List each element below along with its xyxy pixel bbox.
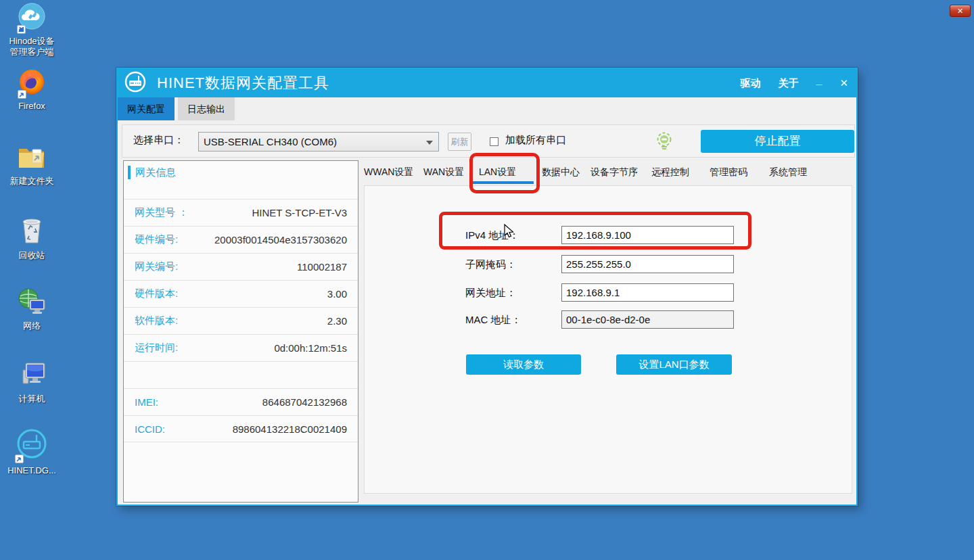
tab-byte-order[interactable]: 设备字节序 bbox=[590, 166, 638, 179]
info-row-uptime: 运行时间: 0d:00h:12m:51s bbox=[124, 334, 358, 361]
close-button[interactable]: ✕ bbox=[839, 77, 848, 89]
desktop-icon-firefox[interactable]: Firefox bbox=[0, 69, 64, 112]
subnet-label: 子网掩码： bbox=[465, 255, 516, 273]
folder-icon bbox=[18, 144, 46, 172]
shortcut-arrow-icon bbox=[17, 25, 26, 34]
info-row-imei: IMEI: 864687042132968 bbox=[124, 388, 358, 415]
set-lan-params-button[interactable]: 设置LAN口参数 bbox=[616, 354, 732, 375]
app-window: HINET数据网关配置工具 驱动 关于 _ ✕ 网关配置 日志输出 选择串口： … bbox=[116, 68, 858, 506]
ipv4-input[interactable] bbox=[561, 226, 734, 244]
tab-remote-control[interactable]: 远程控制 bbox=[651, 166, 689, 179]
read-params-button[interactable]: 读取参数 bbox=[466, 354, 581, 375]
desktop-icon-label: 计算机 bbox=[19, 394, 45, 404]
load-all-ports-label: 加载所有串口 bbox=[505, 134, 566, 147]
lan-settings-panel: IPv4 地址： 子网掩码： 网关地址： MAC 地址： 读取参数 设置LAN口… bbox=[364, 185, 852, 494]
desktop-icon-label: 管理客户端 bbox=[10, 47, 54, 57]
titlebar: HINET数据网关配置工具 驱动 关于 _ ✕ bbox=[118, 69, 856, 97]
serial-toolbar: 选择串口： USB-SERIAL CH340 (COM6) 刷新 加载所有串口 … bbox=[122, 124, 855, 158]
info-row-hardware-id: 硬件编号: 20003f0014504e3157303620 bbox=[124, 226, 358, 253]
info-panel-header: 网关信息 bbox=[124, 161, 358, 199]
tab-log-output[interactable]: 日志输出 bbox=[178, 97, 235, 120]
info-panel-title: 网关信息 bbox=[135, 166, 176, 179]
config-tab-bar: WWAN设置 WAN设置 LAN设置 数据中心 设备字节序 远程控制 管理密码 … bbox=[364, 164, 852, 185]
info-row-gateway-id: 网关编号: 110002187 bbox=[124, 253, 358, 280]
minimize-button[interactable]: _ bbox=[816, 74, 822, 87]
info-row-empty bbox=[124, 361, 358, 388]
mac-label: MAC 地址： bbox=[465, 310, 521, 329]
stop-config-button[interactable]: 停止配置 bbox=[701, 130, 854, 153]
shortcut-arrow-icon bbox=[18, 90, 26, 99]
tab-wwan-settings[interactable]: WWAN设置 bbox=[364, 166, 413, 179]
refresh-button[interactable]: 刷新 bbox=[448, 133, 471, 151]
info-row-hw-version: 硬件版本: 3.00 bbox=[124, 280, 358, 307]
desktop-icon-recycle-bin[interactable]: 回收站 bbox=[0, 216, 64, 261]
desktop-icon-label: Firefox bbox=[18, 101, 45, 112]
dropdown-arrow-icon bbox=[426, 141, 433, 145]
hinet-router-icon bbox=[16, 428, 47, 462]
desktop-icon-label: 回收站 bbox=[19, 250, 45, 261]
router-app-icon bbox=[124, 71, 146, 95]
ipv4-label: IPv4 地址： bbox=[465, 226, 519, 244]
info-row-sw-version: 软件版本: 2.30 bbox=[124, 307, 358, 334]
tab-wan-settings[interactable]: WAN设置 bbox=[423, 166, 464, 179]
main-tab-bar: 网关配置 日志输出 bbox=[118, 97, 235, 120]
serial-port-label: 选择串口： bbox=[133, 134, 184, 147]
serial-port-select[interactable]: USB-SERIAL CH340 (COM6) bbox=[198, 132, 439, 151]
subnet-input[interactable] bbox=[561, 255, 734, 273]
info-row-iccid: ICCID: 898604132218C0021409 bbox=[124, 415, 358, 442]
tab-data-center[interactable]: 数据中心 bbox=[542, 166, 580, 179]
desktop-icon-new-folder[interactable]: 新建文件夹 bbox=[0, 144, 64, 187]
serial-port-value: USB-SERIAL CH340 (COM6) bbox=[204, 136, 337, 147]
load-all-ports-checkbox[interactable] bbox=[490, 137, 498, 146]
recycle-bin-icon bbox=[19, 216, 45, 247]
computer-icon bbox=[18, 360, 46, 390]
gateway-label: 网关地址： bbox=[465, 283, 516, 302]
gateway-info-panel: 网关信息 网关型号 ： HINET S-TCP-ET-V3 硬件编号: 2000… bbox=[123, 160, 358, 503]
network-icon bbox=[18, 287, 46, 317]
active-tab-underline bbox=[473, 181, 534, 184]
firefox-icon bbox=[19, 69, 45, 97]
shortcut-arrow-icon bbox=[15, 454, 24, 463]
about-button[interactable]: 关于 bbox=[779, 77, 799, 90]
mac-input[interactable] bbox=[561, 310, 734, 329]
accent-bar bbox=[128, 166, 131, 179]
desktop-icon-hinet-dg[interactable]: HINET.DG... bbox=[0, 428, 64, 476]
desktop-icon-label: Hinode设备 bbox=[9, 36, 54, 47]
robot-status-icon bbox=[656, 132, 672, 151]
session-close-button[interactable]: ✕ bbox=[950, 5, 971, 17]
tab-system-mgmt[interactable]: 系统管理 bbox=[769, 166, 807, 179]
tab-admin-password[interactable]: 管理密码 bbox=[710, 166, 747, 179]
tab-lan-settings[interactable]: LAN设置 bbox=[479, 166, 516, 179]
desktop-icon-network[interactable]: 网络 bbox=[0, 287, 64, 331]
gateway-input[interactable] bbox=[561, 283, 734, 302]
info-row-model: 网关型号 ： HINET S-TCP-ET-V3 bbox=[124, 199, 358, 226]
desktop-icon-computer[interactable]: 计算机 bbox=[0, 360, 64, 404]
desktop-icon-hinode-client[interactable]: Hinode设备 管理客户端 bbox=[0, 3, 64, 57]
window-title: HINET数据网关配置工具 bbox=[157, 73, 329, 93]
tab-gateway-config[interactable]: 网关配置 bbox=[118, 97, 175, 120]
desktop-icon-label: HINET.DG... bbox=[7, 465, 56, 476]
hinode-cloud-icon bbox=[18, 3, 45, 32]
desktop-icon-label: 网络 bbox=[23, 321, 41, 331]
desktop-icon-label: 新建文件夹 bbox=[10, 176, 54, 187]
driver-button[interactable]: 驱动 bbox=[741, 77, 761, 90]
